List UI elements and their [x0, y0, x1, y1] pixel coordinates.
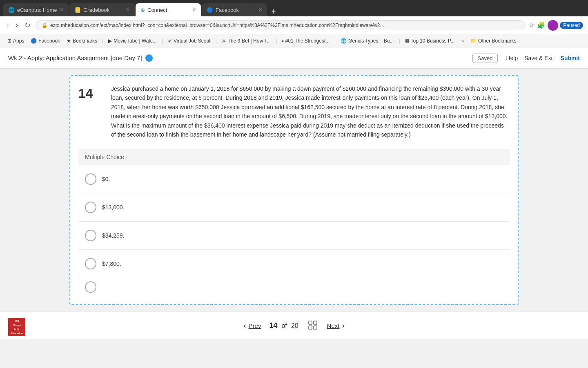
grid-icon: [308, 321, 317, 330]
assignment-title: Wk 2 - Apply: Application Assignment [du…: [8, 54, 464, 62]
bookmark-movietube[interactable]: ▶ MovieTube | Watc...: [106, 37, 159, 45]
assignment-title-text: Wk 2 - Apply: Application Assignment [du…: [8, 54, 142, 61]
bookmark-virtual-job[interactable]: ✔ Virtual Job Scout: [165, 37, 213, 45]
next-arrow-icon: ›: [342, 321, 344, 330]
question-number: 14: [78, 84, 103, 139]
close-tab-gradebook[interactable]: ×: [126, 7, 130, 13]
bookmark-other-label: Other Bookmarks: [478, 38, 516, 44]
bookmark-strongest-label: #01 The Strongest...: [285, 38, 330, 44]
gradebook-icon: 📒: [74, 7, 81, 13]
refresh-button[interactable]: ↻: [23, 20, 32, 31]
bookmark-genius-label: Genius Types – Bu...: [348, 38, 394, 44]
new-tab-button[interactable]: +: [268, 7, 279, 16]
bookmark-star-button[interactable]: ☆: [529, 21, 535, 29]
svg-rect-1: [314, 321, 317, 324]
footer-nav: Mc Graw Hill Education ‹ Prev 14 of 20: [0, 312, 588, 339]
logo-line2: Graw: [10, 323, 24, 328]
logo-box: Mc Graw Hill Education: [8, 318, 25, 336]
radio-b[interactable]: [85, 202, 96, 213]
bookmark-virtual-job-label: Virtual Job Scout: [174, 38, 211, 44]
info-icon[interactable]: i: [145, 54, 153, 62]
tab-ecampus-label: eCampus: Home: [17, 7, 57, 13]
question-row: 14 Jessica purchased a home on January 1…: [78, 84, 510, 139]
movietube-icon: ▶: [108, 38, 112, 44]
save-exit-button[interactable]: Save & Exit: [524, 55, 554, 61]
prev-button[interactable]: ‹ Prev: [244, 321, 261, 330]
question-text: Jessica purchased a home on January 1, 2…: [111, 84, 510, 139]
bookmark-top10[interactable]: ⊠ Top 10 Business P...: [403, 37, 457, 45]
total-pages: 20: [291, 322, 298, 330]
submit-button[interactable]: Submit: [561, 55, 580, 61]
bookmark-facebook-label: Facebook: [38, 38, 60, 44]
option-b-text: $13,000.: [102, 204, 125, 211]
separator-6: |: [399, 38, 400, 44]
back-button[interactable]: ‹: [5, 20, 11, 30]
option-d[interactable]: $7,800.: [78, 250, 510, 278]
option-a-text: $0.: [102, 176, 110, 182]
tab-connect[interactable]: ⊕ Connect ×: [136, 3, 201, 16]
close-tab-facebook[interactable]: ×: [258, 7, 262, 13]
current-page-number: 14: [269, 321, 277, 330]
radio-partial: [85, 281, 96, 293]
sword-icon: ⚔: [222, 38, 226, 44]
mc-header: Multiple Choice: [78, 149, 510, 165]
tab-gradebook-label: Gradebook: [83, 7, 109, 13]
separator-2: |: [162, 38, 163, 44]
radio-a[interactable]: [85, 173, 96, 185]
multiple-choice-section: Multiple Choice $0. $13,000.: [78, 149, 510, 296]
svg-rect-2: [309, 326, 312, 329]
next-button[interactable]: Next ›: [327, 321, 345, 330]
bookmark-genius[interactable]: 🌐 Genius Types – Bu...: [338, 37, 396, 45]
separator-1: |: [102, 38, 103, 44]
tab-gradebook[interactable]: 📒 Gradebook ×: [69, 3, 135, 16]
close-tab-connect[interactable]: ×: [192, 7, 196, 13]
logo-line4: Education: [10, 332, 24, 335]
bookmark-3bet[interactable]: ⚔ The 3-Bet | How T...: [219, 37, 274, 45]
prev-label: Prev: [249, 322, 261, 329]
grid-view-button[interactable]: [307, 319, 319, 332]
option-c[interactable]: $34,259.: [78, 222, 510, 250]
logo-line3: Hill: [10, 328, 24, 332]
url-bar[interactable]: 🔒 ezto.mheducation.com/ext/map/index.htm…: [36, 20, 526, 30]
option-a[interactable]: $0.: [78, 165, 510, 193]
ecampus-icon: 🌐: [8, 7, 15, 13]
bookmark-apps-label: Apps: [13, 38, 24, 44]
extensions-button[interactable]: 🧩: [537, 21, 545, 29]
assignment-header: Wk 2 - Apply: Application Assignment [du…: [0, 47, 588, 69]
bookmark-more[interactable]: »: [459, 37, 466, 45]
lock-icon: 🔒: [42, 22, 48, 28]
separator-5: |: [334, 38, 336, 44]
tab-facebook[interactable]: 🔵 Facebook ×: [202, 3, 267, 16]
tab-connect-label: Connect: [147, 7, 167, 13]
tab-ecampus[interactable]: 🌐 eCampus: Home ×: [3, 3, 69, 16]
close-tab-ecampus[interactable]: ×: [60, 7, 64, 13]
facebook-bm-icon: 🔵: [31, 38, 37, 44]
forward-button[interactable]: ›: [14, 20, 20, 30]
prev-arrow-icon: ‹: [244, 321, 246, 330]
bookmark-other[interactable]: 📁 Other Bookmarks: [468, 37, 519, 45]
page-info: 14 of 20: [269, 321, 298, 330]
help-button[interactable]: Help: [506, 55, 518, 61]
of-label: of: [281, 322, 287, 330]
bookmark-bookmarks[interactable]: ★ Bookmarks: [64, 37, 100, 45]
profile-avatar[interactable]: [548, 20, 558, 31]
url-text: ezto.mheducation.com/ext/map/index.html?…: [50, 22, 519, 28]
separator-4: |: [276, 38, 277, 44]
bookmarks-bar: ⊞ Apps 🔵 Facebook ★ Bookmarks | ▶ MovieT…: [0, 34, 588, 47]
separator-3: |: [215, 38, 216, 44]
apps-grid-icon: ⊞: [7, 38, 11, 44]
top10-icon: ⊠: [405, 38, 409, 44]
more-bookmarks-label: »: [461, 38, 464, 44]
bookmark-facebook[interactable]: 🔵 Facebook: [28, 37, 62, 45]
bookmark-strongest[interactable]: ▪ #01 The Strongest...: [279, 37, 332, 45]
logo-line1: Mc: [10, 319, 24, 323]
mc-options: $0. $13,000. $34,259.: [78, 165, 510, 296]
radio-c[interactable]: [85, 230, 96, 241]
option-b[interactable]: $13,000.: [78, 193, 510, 222]
next-label: Next: [327, 322, 340, 329]
bookmark-apps[interactable]: ⊞ Apps: [5, 37, 27, 45]
strongest-icon: ▪: [282, 38, 283, 44]
paused-badge: Paused: [560, 22, 583, 29]
partial-option-indicator: [78, 278, 510, 296]
radio-d[interactable]: [85, 258, 96, 269]
